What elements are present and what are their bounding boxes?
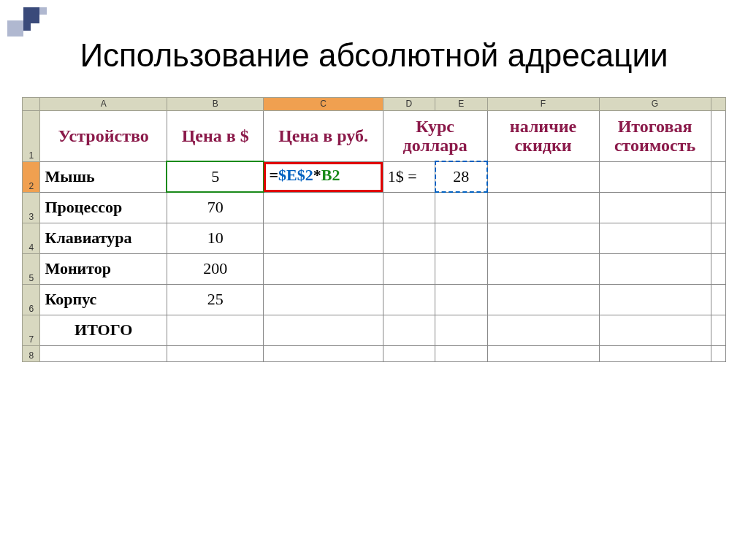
- cell-F3[interactable]: [487, 192, 599, 223]
- row-header-5[interactable]: 5: [23, 253, 40, 284]
- cell-F6[interactable]: [487, 284, 599, 315]
- cell-extra-6[interactable]: [711, 284, 725, 315]
- cell-A5[interactable]: Монитор: [40, 253, 167, 284]
- cell-G5[interactable]: [599, 253, 711, 284]
- cell-E8[interactable]: [435, 345, 487, 361]
- cell-F5[interactable]: [487, 253, 599, 284]
- cell-F7[interactable]: [487, 315, 599, 345]
- cell-F2[interactable]: [487, 161, 599, 192]
- row-3: 3 Процессор 70: [23, 192, 726, 223]
- col-header-C[interactable]: C: [264, 97, 383, 110]
- cell-G2[interactable]: [599, 161, 711, 192]
- col-header-F[interactable]: F: [487, 97, 599, 110]
- col-header-G[interactable]: G: [599, 97, 711, 110]
- cell-F4[interactable]: [487, 223, 599, 253]
- row-4: 4 Клавиатура 10: [23, 223, 726, 253]
- header-price-rub[interactable]: Цена в руб.: [264, 110, 383, 161]
- cell-extra-4[interactable]: [711, 223, 725, 253]
- cell-E4[interactable]: [435, 223, 487, 253]
- cell-F8[interactable]: [487, 345, 599, 361]
- cell-E6[interactable]: [435, 284, 487, 315]
- formula-rel-ref: B2: [321, 166, 340, 184]
- formula-op: *: [313, 166, 321, 184]
- corner-cell[interactable]: [23, 97, 40, 110]
- header-total[interactable]: Итоговая стоимость: [599, 110, 711, 161]
- header-rate[interactable]: Курс доллара: [383, 110, 487, 161]
- cell-extra-7[interactable]: [711, 315, 725, 345]
- row-header-8[interactable]: 8: [23, 345, 40, 361]
- cell-A6[interactable]: Корпус: [40, 284, 167, 315]
- row-header-6[interactable]: 6: [23, 284, 40, 315]
- cell-G6[interactable]: [599, 284, 711, 315]
- col-header-E[interactable]: E: [435, 97, 487, 110]
- cell-A3[interactable]: Процессор: [40, 192, 167, 223]
- col-header-A[interactable]: A: [40, 97, 167, 110]
- cell-D5[interactable]: [383, 253, 435, 284]
- cell-A4[interactable]: Клавиатура: [40, 223, 167, 253]
- cell-G7[interactable]: [599, 315, 711, 345]
- cell-D2[interactable]: 1$ =: [383, 161, 435, 192]
- row-7: 7 ИТОГО: [23, 315, 726, 345]
- slide-title: Использование абсолютной адресации: [0, 37, 748, 75]
- cell-B5[interactable]: 200: [167, 253, 264, 284]
- cell-G3[interactable]: [599, 192, 711, 223]
- cell-B2[interactable]: 5: [167, 161, 264, 192]
- cell-E3[interactable]: [435, 192, 487, 223]
- col-header-D[interactable]: D: [383, 97, 435, 110]
- cell-B4[interactable]: 10: [167, 223, 264, 253]
- cell-A2[interactable]: Мышь: [40, 161, 167, 192]
- cell-extra-3[interactable]: [711, 192, 725, 223]
- formula-eq: =: [269, 166, 278, 184]
- row-2: 2 Мышь 5 =$E$2*B2 1$ = 28: [23, 161, 726, 192]
- cell-C6[interactable]: [264, 284, 383, 315]
- cell-B6[interactable]: 25: [167, 284, 264, 315]
- cell-D3[interactable]: [383, 192, 435, 223]
- cell-A7[interactable]: ИТОГО: [40, 315, 167, 345]
- cell-C4[interactable]: [264, 223, 383, 253]
- col-header-B[interactable]: B: [167, 97, 264, 110]
- row-8: 8: [23, 345, 726, 361]
- cell-E7[interactable]: [435, 315, 487, 345]
- header-price-usd[interactable]: Цена в $: [167, 110, 264, 161]
- cell-extra-2[interactable]: [711, 161, 725, 192]
- cell-E2[interactable]: 28: [435, 161, 487, 192]
- cell-D8[interactable]: [383, 345, 435, 361]
- column-header-row: A B C D E F G: [23, 97, 726, 110]
- row-header-1[interactable]: 1: [23, 110, 40, 161]
- cell-C3[interactable]: [264, 192, 383, 223]
- cell-B3[interactable]: 70: [167, 192, 264, 223]
- cell-extra-8[interactable]: [711, 345, 725, 361]
- cell-B8[interactable]: [167, 345, 264, 361]
- cell-extra-1[interactable]: [711, 110, 725, 161]
- cell-C8[interactable]: [264, 345, 383, 361]
- cell-G8[interactable]: [599, 345, 711, 361]
- row-header-7[interactable]: 7: [23, 315, 40, 345]
- cell-C2-formula[interactable]: =$E$2*B2: [264, 161, 383, 192]
- cell-G4[interactable]: [599, 223, 711, 253]
- cell-B7[interactable]: [167, 315, 264, 345]
- col-header-extra[interactable]: [711, 97, 725, 110]
- spreadsheet: A B C D E F G 1 Устройство Цена в $ Цена…: [22, 97, 726, 362]
- cell-C5[interactable]: [264, 253, 383, 284]
- row-6: 6 Корпус 25: [23, 284, 726, 315]
- formula-abs-ref: $E$2: [278, 166, 313, 184]
- row-1: 1 Устройство Цена в $ Цена в руб. Курс д…: [23, 110, 726, 161]
- formula-highlight: =$E$2*B2: [264, 162, 382, 192]
- cell-A8[interactable]: [40, 345, 167, 361]
- header-device[interactable]: Устройство: [40, 110, 167, 161]
- row-5: 5 Монитор 200: [23, 253, 726, 284]
- slide-corner-decoration: [7, 7, 51, 51]
- cell-D6[interactable]: [383, 284, 435, 315]
- header-discount[interactable]: наличие скидки: [487, 110, 599, 161]
- row-header-2[interactable]: 2: [23, 161, 40, 192]
- cell-E5[interactable]: [435, 253, 487, 284]
- cell-D4[interactable]: [383, 223, 435, 253]
- row-header-4[interactable]: 4: [23, 223, 40, 253]
- cell-D7[interactable]: [383, 315, 435, 345]
- cell-extra-5[interactable]: [711, 253, 725, 284]
- cell-C7[interactable]: [264, 315, 383, 345]
- row-header-3[interactable]: 3: [23, 192, 40, 223]
